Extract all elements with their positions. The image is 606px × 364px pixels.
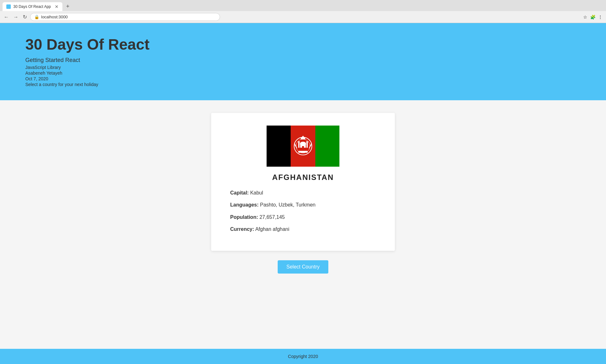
currency-label: Currency: (230, 226, 254, 232)
tab-favicon (6, 4, 11, 9)
tab-close-button[interactable]: ✕ (55, 4, 59, 9)
toolbar-icons: ☆ 🧩 ⋮ (582, 14, 603, 20)
capital-value: Kabul (250, 190, 263, 195)
page-title: 30 Days Of React (25, 36, 581, 53)
footer: Copyright 2020 (0, 349, 606, 364)
header-date: Oct 7, 2020 (25, 76, 581, 81)
extension-icon[interactable]: 🧩 (590, 14, 596, 20)
browser-tab[interactable]: 30 Days Of React App ✕ (3, 2, 62, 11)
population-row: Population: 27,657,145 (230, 214, 382, 221)
languages-row: Languages: Pashto, Uzbek, Turkmen (230, 201, 382, 208)
currency-row: Currency: Afghan afghani (230, 226, 382, 233)
forward-button[interactable]: → (12, 14, 20, 21)
new-tab-button[interactable]: + (64, 2, 72, 11)
currency-value: Afghan afghani (255, 226, 289, 232)
header-library: JavaScript Library (25, 65, 581, 70)
footer-copyright: Copyright 2020 (288, 354, 318, 359)
app: 30 Days Of React Getting Started React J… (0, 23, 606, 364)
back-button[interactable]: ← (3, 14, 10, 21)
svg-rect-6 (298, 142, 300, 148)
main-content: AFGHANISTAN Capital: Kabul Languages: Pa… (0, 100, 606, 349)
capital-label: Capital: (230, 190, 249, 195)
header: 30 Days Of React Getting Started React J… (0, 23, 606, 100)
svg-rect-2 (315, 126, 339, 167)
afghanistan-flag (267, 126, 339, 167)
tab-bar: 30 Days Of React App ✕ + (0, 0, 606, 11)
address-text: localhost:3000 (41, 15, 68, 19)
refresh-button[interactable]: ↻ (22, 13, 28, 21)
menu-icon[interactable]: ⋮ (597, 14, 603, 20)
browser-chrome: 30 Days Of React App ✕ + ← → ↻ 🔒 localho… (0, 0, 606, 23)
select-country-button[interactable]: Select Country (278, 260, 329, 274)
address-bar[interactable]: 🔒 localhost:3000 (30, 13, 220, 21)
svg-rect-0 (267, 126, 291, 167)
header-subtitle: Getting Started React (25, 57, 581, 64)
svg-rect-8 (306, 142, 308, 148)
svg-rect-11 (302, 146, 304, 148)
country-details: Capital: Kabul Languages: Pashto, Uzbek,… (224, 189, 382, 238)
flag-container (267, 126, 339, 167)
country-name: AFGHANISTAN (272, 173, 334, 182)
header-tagline: Select a country for your next holiday (25, 82, 581, 87)
population-value: 27,657,145 (259, 214, 285, 220)
header-author: Asabeneh Yetayeh (25, 71, 581, 76)
svg-rect-17 (301, 138, 305, 139)
star-icon[interactable]: ☆ (582, 14, 588, 20)
tab-title: 30 Days Of React App (13, 4, 51, 9)
svg-rect-16 (298, 151, 308, 153)
languages-value: Pashto, Uzbek, Turkmen (260, 202, 315, 207)
languages-label: Languages: (230, 202, 259, 207)
population-label: Population: (230, 214, 258, 220)
svg-rect-9 (306, 141, 308, 142)
address-bar-row: ← → ↻ 🔒 localhost:3000 ☆ 🧩 ⋮ (0, 11, 606, 23)
lock-icon: 🔒 (34, 15, 39, 19)
country-card: AFGHANISTAN Capital: Kabul Languages: Pa… (211, 113, 395, 251)
capital-row: Capital: Kabul (230, 189, 382, 196)
svg-rect-7 (298, 141, 300, 142)
